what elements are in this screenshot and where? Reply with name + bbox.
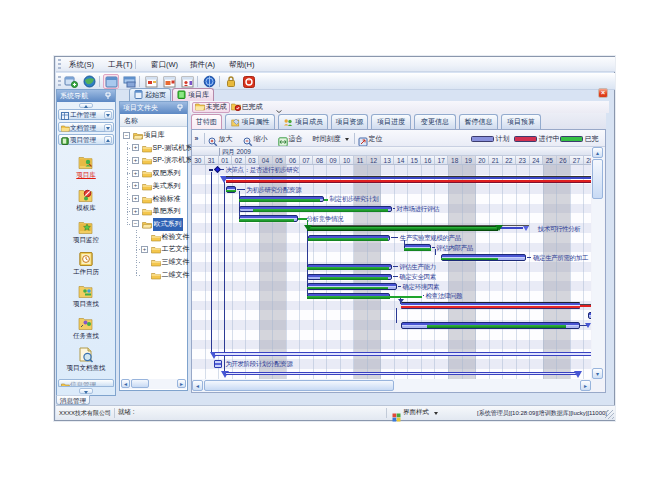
interface-style-dropdown-icon[interactable] [434,412,438,415]
task-bar[interactable] [307,264,392,271]
nav-item-1[interactable]: 项目库 [58,153,114,179]
tree-column-header[interactable]: 名称 [120,114,187,127]
help-globe-icon[interactable] [201,74,217,89]
summary-bar-red[interactable] [401,302,579,309]
tree-row-6[interactable]: +检验标准 [120,193,187,206]
tree-row-11[interactable]: 三维文件 [120,256,187,269]
tree-row-label[interactable]: 单肥系列 [153,205,181,218]
nav-item-4[interactable]: 工作日历 [58,250,114,276]
task-bar[interactable] [404,244,431,251]
tree-expander-icon[interactable]: + [132,195,139,202]
tree-row-label[interactable]: 工艺文件 [162,243,190,256]
menu-item-5[interactable]: 帮助(H) [224,58,259,71]
calendar-mail-icon[interactable] [161,74,177,89]
tree-row-label[interactable]: 欧式系列 [153,218,183,231]
tree-pin-icon[interactable] [176,104,184,112]
tree-row-label[interactable]: 二维文件 [162,269,190,282]
tree-row-4[interactable]: +双肥系列 [120,167,187,180]
locate-button[interactable]: 定位 [369,132,383,145]
nav-item-6[interactable]: 任务查找 [58,314,114,340]
nav-group-toggle[interactable] [104,124,112,132]
nav-group-cut[interactable]: 信息管理 [58,379,114,387]
nav-pin-icon[interactable] [104,92,112,100]
zoom-out-button[interactable]: 缩小 [254,132,268,145]
scroll-thumb[interactable] [131,379,149,388]
gantt-toolbar-overflow-icon[interactable]: » [195,132,199,145]
gantt-tab-3[interactable]: 项目成员 [278,114,328,129]
task-bar[interactable] [588,312,591,319]
new-form-icon[interactable] [63,74,79,89]
resize-grip[interactable] [605,410,614,419]
doc-tab-project-library[interactable]: 项目库 [172,88,214,101]
plan-summary-line[interactable] [215,352,591,356]
tree-expander-icon[interactable]: − [123,132,130,139]
scroll-left-button[interactable]: ◂ [121,379,130,388]
scroll-thumb[interactable] [592,159,603,199]
nav-group-2[interactable]: 文档管理 [58,122,114,133]
menu-item-4[interactable]: 插件(A) [185,58,220,71]
nav-group-3[interactable]: 项目管理 [58,134,114,145]
nav-scroll-up-button[interactable] [79,103,93,108]
tree-row-label[interactable]: SP-演示机系 [153,154,193,167]
tree-expander-icon[interactable]: + [132,144,139,151]
tree-expander-icon[interactable]: + [132,208,139,215]
gantt-tab-1[interactable]: 甘特图 [191,114,222,129]
nav-scroll-down-button[interactable] [79,388,93,394]
doc-tab-start-page[interactable]: 起始页 [129,88,171,101]
filter-button-unfinished[interactable]: 未完成 [192,102,230,113]
task-bar[interactable] [307,283,397,290]
gantt-vertical-scrollbar[interactable]: ▴ ▾ [592,147,604,379]
calendar-red-icon[interactable] [143,74,159,89]
window-save-icon[interactable] [121,74,137,89]
filter-button-finished[interactable]: 已完成 [229,102,265,113]
tree-expander-icon[interactable]: + [141,246,148,253]
plan-summary-line[interactable] [226,372,580,376]
gantt-tab-5[interactable]: 项目进度 [371,114,411,129]
message-management-tab[interactable]: 消息管理 [56,395,90,405]
scroll-up-button[interactable]: ▴ [592,147,603,158]
tree-row-3[interactable]: +SP-演示机系 [120,154,187,167]
nav-item-7[interactable]: 项目文档查找 [58,346,114,372]
tree-row-label[interactable]: 检验文件 [162,231,190,244]
scroll-right-button[interactable]: ▸ [177,379,186,388]
tree-expander-icon[interactable]: − [132,220,139,227]
gantt-tab-7[interactable]: 暂停信息 [459,114,498,129]
nav-group-toggle[interactable] [104,111,112,119]
calendar-user-icon[interactable] [179,74,195,89]
tree-expander-icon[interactable]: + [132,182,139,189]
gantt-tab-4[interactable]: 项目资源 [331,114,368,129]
lock-icon[interactable] [223,74,239,89]
tree-row-2[interactable]: +SP-测试机系 [120,142,187,155]
task-bar[interactable] [307,293,390,300]
tab-close-button[interactable]: × [598,88,608,98]
tree-row-5[interactable]: +美式系列 [120,180,187,193]
nav-group-1[interactable]: 工作管理 [58,109,114,120]
tree-row-7[interactable]: +单肥系列 [120,205,187,218]
tree-row-label[interactable]: 美式系列 [153,180,181,193]
scroll-left-button[interactable]: ◂ [192,380,203,391]
task-bar[interactable] [239,206,392,213]
filter-overflow-icon[interactable] [275,104,283,113]
task-bar[interactable] [226,186,236,193]
gantt-tab-8[interactable]: 项目预算 [501,114,541,129]
tree-expander-icon[interactable]: + [132,170,139,177]
tree-row-9[interactable]: 检验文件 [120,231,187,244]
gantt-tab-6[interactable]: 变更信息 [414,114,456,129]
task-bar[interactable] [239,215,298,222]
time-scale-dropdown[interactable]: 时间刻度 [313,132,341,145]
nav-item-2[interactable]: 模板库 [58,186,114,212]
task-bar[interactable] [441,254,526,261]
tree-row-8[interactable]: −欧式系列 [120,218,187,231]
task-bar[interactable] [307,274,392,281]
task-bar[interactable] [308,235,390,242]
nav-item-5[interactable]: 项目查找 [58,282,114,308]
tree-row-label[interactable]: 三维文件 [162,256,190,269]
gantt-horizontal-scrollbar[interactable]: ◂ ▸ [192,379,591,392]
tree-horizontal-scrollbar[interactable]: ◂ ▸ [121,379,186,389]
tree-row-label[interactable]: SP-测试机系 [153,142,193,155]
interface-style-label[interactable]: 界面样式 [403,408,429,417]
tree-expander-icon[interactable]: + [132,157,139,164]
summary-bar-green[interactable] [307,226,498,231]
exit-icon[interactable] [241,74,257,89]
nav-group-toggle[interactable] [104,136,112,144]
